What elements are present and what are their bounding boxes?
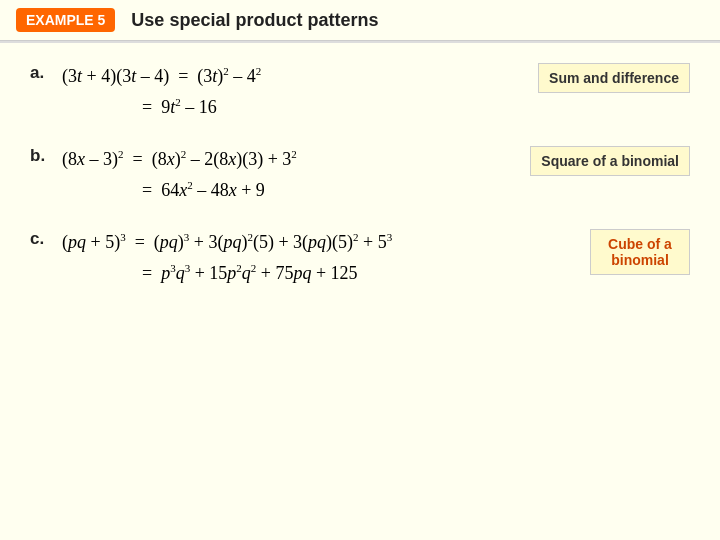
problem-b-line2: = 64x2 – 48x + 9	[62, 175, 690, 206]
problem-a-note: Sum and difference	[538, 63, 690, 93]
problem-b-label: b.	[30, 146, 62, 166]
problem-a: a. (3t + 4)(3t – 4) = (3t)2 – 42 = 9t2 –…	[30, 61, 690, 122]
problem-a-label: a.	[30, 63, 62, 83]
problem-a-line2: = 9t2 – 16	[62, 92, 690, 123]
problem-b: b. (8x – 3)2 = (8x)2 – 2(8x)(3) + 32 = 6…	[30, 144, 690, 205]
problem-c-label: c.	[30, 229, 62, 249]
header-title: Use special product patterns	[131, 10, 378, 31]
problem-b-note: Square of a binomial	[530, 146, 690, 176]
example-badge: EXAMPLE 5	[16, 8, 115, 32]
header: EXAMPLE 5 Use special product patterns	[0, 0, 720, 41]
problem-c-note: Cube of a binomial	[590, 229, 690, 275]
content-area: a. (3t + 4)(3t – 4) = (3t)2 – 42 = 9t2 –…	[0, 43, 720, 329]
problem-c: c. (pq + 5)3 = (pq)3 + 3(pq)2(5) + 3(pq)…	[30, 227, 690, 288]
